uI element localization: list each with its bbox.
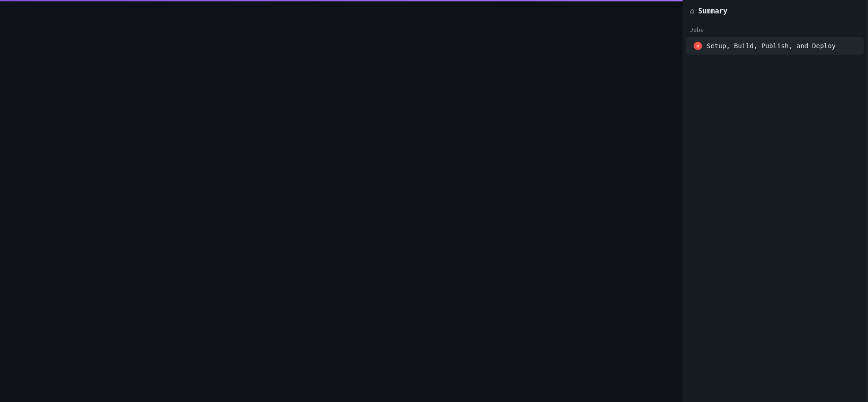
- job-label: Setup, Build, Publish, and Deploy: [707, 42, 836, 50]
- home-icon: ⌂: [690, 6, 695, 15]
- job-error-icon: ✕: [694, 42, 702, 50]
- jobs-section-label: Jobs: [683, 22, 868, 36]
- sidebar: ⌂ Summary Jobs ✕ Setup, Build, Publish, …: [683, 0, 868, 402]
- sidebar-job-item[interactable]: ✕ Setup, Build, Publish, and Deploy: [686, 37, 864, 55]
- top-progress-bar: [0, 0, 683, 1]
- summary-label: Summary: [698, 7, 728, 15]
- summary-nav[interactable]: ⌂ Summary: [683, 0, 868, 22]
